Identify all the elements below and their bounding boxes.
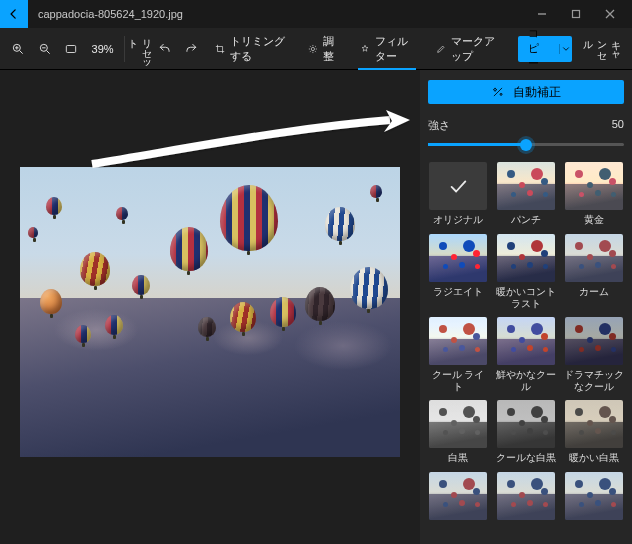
markup-label: マークアップ	[451, 34, 498, 64]
divider	[124, 36, 125, 62]
canvas-area	[0, 70, 420, 544]
redo-button[interactable]	[181, 34, 202, 64]
filter-thumb	[497, 472, 555, 520]
filter-dramatic_cool[interactable]: ドラマチックなクール	[564, 317, 624, 392]
window-controls	[528, 3, 628, 25]
filter-label: パンチ	[511, 214, 541, 226]
filter-label: カーム	[579, 286, 609, 298]
undo-icon	[158, 42, 172, 56]
filter-label: 暖かいコントラスト	[496, 286, 556, 309]
auto-enhance-label: 自動補正	[513, 84, 561, 101]
close-button[interactable]	[596, 3, 624, 25]
fit-icon	[64, 42, 78, 56]
back-button[interactable]	[0, 0, 28, 28]
filter-label: クール ライト	[428, 369, 488, 392]
filter-bw[interactable]: 白黒	[428, 400, 488, 464]
auto-enhance-button[interactable]: 自動補正	[428, 80, 624, 104]
svg-line-18	[315, 45, 316, 46]
strength-label: 強さ	[428, 118, 450, 133]
zoom-out-button[interactable]	[35, 34, 56, 64]
filter-extra3[interactable]	[564, 472, 624, 536]
filter-cool_bw[interactable]: クールな白黒	[496, 400, 556, 464]
filter-thumb	[565, 400, 623, 448]
filter-label: 白黒	[448, 452, 468, 464]
minimize-button[interactable]	[528, 3, 556, 25]
maximize-button[interactable]	[562, 3, 590, 25]
reset-button[interactable]: リセット	[130, 32, 148, 66]
filter-thumb	[429, 472, 487, 520]
markup-tab[interactable]: マークアップ	[428, 34, 506, 64]
zoom-in-button[interactable]	[8, 34, 29, 64]
cancel-button[interactable]: キャンセル	[578, 34, 624, 64]
filter-label: 鮮やかなクール	[496, 369, 556, 392]
filter-label: 黄金	[584, 214, 604, 226]
title-bar: cappadocia-805624_1920.jpg	[0, 0, 632, 28]
zoom-out-icon	[38, 42, 52, 56]
chevron-down-icon	[561, 44, 571, 54]
redo-icon	[184, 42, 198, 56]
crop-icon	[215, 42, 225, 56]
window-title: cappadocia-805624_1920.jpg	[38, 8, 183, 20]
svg-line-3	[20, 50, 23, 53]
crop-label: トリミングする	[230, 34, 285, 64]
filter-icon	[360, 42, 370, 56]
filter-vivid_cool[interactable]: 鮮やかなクール	[496, 317, 556, 392]
filter-grid: オリジナルパンチ黄金ラジエイト暖かいコントラストカームクール ライト鮮やかなクー…	[428, 162, 624, 536]
svg-line-17	[310, 51, 311, 52]
filter-label: オリジナル	[433, 214, 483, 226]
filter-thumb	[497, 317, 555, 365]
filter-thumb	[565, 234, 623, 282]
strength-slider-row: 強さ 50	[428, 118, 624, 146]
copy-split-button[interactable]: コピー	[518, 36, 572, 62]
filter-thumb	[429, 400, 487, 448]
filter-label: ラジエイト	[433, 286, 483, 298]
zoom-level: 39%	[88, 34, 118, 64]
filter-original[interactable]: オリジナル	[428, 162, 488, 226]
filter-thumb	[565, 317, 623, 365]
adjust-icon	[308, 42, 318, 56]
filter-thumb	[497, 162, 555, 210]
fit-button[interactable]	[61, 34, 82, 64]
filter-thumb	[429, 162, 487, 210]
undo-button[interactable]	[154, 34, 175, 64]
annotation-arrow	[90, 108, 410, 168]
filter-extra2[interactable]	[496, 472, 556, 536]
crop-tab[interactable]: トリミングする	[207, 34, 293, 64]
adjust-label: 調整	[323, 34, 338, 64]
filter-tab[interactable]: フィルター	[352, 34, 422, 64]
filter-warm_bw[interactable]: 暖かい白黒	[564, 400, 624, 464]
filter-cool_light[interactable]: クール ライト	[428, 317, 488, 392]
svg-line-7	[47, 50, 50, 53]
filter-thumb	[497, 400, 555, 448]
filter-thumb	[565, 162, 623, 210]
strength-slider[interactable]	[428, 143, 624, 146]
slider-fill	[428, 143, 526, 146]
svg-line-15	[310, 45, 311, 46]
copy-button-label: コピー	[518, 26, 559, 71]
zoom-in-icon	[11, 42, 25, 56]
filter-label: ドラマチックなクール	[564, 369, 624, 392]
strength-value: 50	[612, 118, 624, 133]
main-area: 自動補正 強さ 50 オリジナルパンチ黄金ラジエイト暖かいコントラストカームクー…	[0, 70, 632, 544]
filter-thumb	[429, 317, 487, 365]
markup-icon	[436, 42, 446, 56]
check-icon	[447, 175, 469, 197]
svg-rect-1	[573, 11, 580, 18]
adjust-tab[interactable]: 調整	[300, 34, 346, 64]
filter-punch[interactable]: パンチ	[496, 162, 556, 226]
copy-dropdown-caret[interactable]	[559, 44, 572, 54]
filter-radiate[interactable]: ラジエイト	[428, 234, 488, 309]
toolbar: 39% リセット トリミングする 調整 フィルター マークアップ コピー キャン…	[0, 28, 632, 70]
filter-thumb	[429, 234, 487, 282]
slider-thumb[interactable]	[520, 139, 532, 151]
filter-calm[interactable]: カーム	[564, 234, 624, 309]
filter-warm_contrast[interactable]: 暖かいコントラスト	[496, 234, 556, 309]
filter-golden[interactable]: 黄金	[564, 162, 624, 226]
filter-thumb	[565, 472, 623, 520]
edited-image[interactable]	[20, 167, 400, 457]
filter-label: フィルター	[375, 34, 414, 64]
filter-thumb	[497, 234, 555, 282]
filter-extra1[interactable]	[428, 472, 488, 536]
filter-label: クールな白黒	[496, 452, 556, 464]
svg-point-10	[311, 47, 314, 50]
